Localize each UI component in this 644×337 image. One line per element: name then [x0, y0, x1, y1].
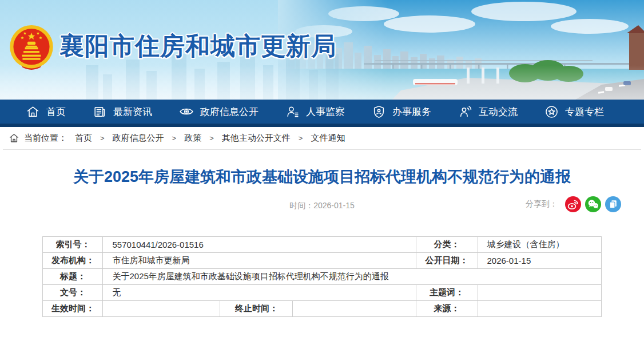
agency-value: 市住房和城市更新局	[103, 253, 416, 269]
nav-item-interaction[interactable]: 互动交流	[458, 105, 518, 119]
wechat-share-button[interactable]	[585, 196, 601, 212]
category-label: 分类：	[416, 237, 478, 253]
breadcrumb-item-policy[interactable]: 政策	[184, 133, 201, 144]
news-icon	[93, 105, 107, 119]
table-row: 发布机构： 市住房和城市更新局 公开日期： 2026-01-15	[43, 253, 601, 269]
end-date-label: 终止时间：	[220, 301, 293, 317]
breadcrumb-separator: >	[172, 134, 177, 142]
copy-link-share-button[interactable]	[605, 196, 621, 212]
source-label: 来源：	[416, 301, 478, 317]
nav-item-gov-info[interactable]: 政府信息公开	[179, 104, 259, 119]
doc-no-label: 文号：	[43, 285, 103, 301]
breadcrumb: 当前位置： 首页 > 政府信息公开 > 政策 > 其他主动公开文件 > 文件通知	[3, 127, 641, 150]
title-value: 关于2025年房屋建筑和市政基础设施项目招标代理机构不规范行为的通报	[103, 269, 601, 285]
people-icon	[458, 105, 472, 119]
breadcrumb-item-home[interactable]: 首页	[75, 133, 92, 144]
agency-label: 发布机构：	[43, 253, 103, 269]
category-value: 城乡建设（含住房）	[478, 237, 601, 253]
nav-item-label: 首页	[46, 105, 66, 118]
nav-item-label: 人事监察	[306, 105, 345, 118]
nav-item-label: 互动交流	[479, 105, 518, 118]
breadcrumb-separator: >	[209, 134, 214, 142]
weibo-share-button[interactable]	[565, 196, 581, 212]
nav-item-label: 专题专栏	[565, 105, 604, 118]
pub-date-label: 公开日期：	[416, 253, 478, 269]
title-label: 标题：	[43, 269, 103, 285]
effective-date-value	[103, 301, 220, 317]
nav-item-home[interactable]: 首页	[26, 105, 66, 119]
site-header: 襄阳市住房和城市更新局	[0, 0, 644, 100]
pub-date-value: 2026-01-15	[478, 253, 601, 269]
index-label: 索引号：	[43, 237, 103, 253]
national-emblem	[8, 24, 55, 73]
home-icon	[9, 133, 19, 144]
person-icon	[285, 105, 300, 119]
site-title: 襄阳市住房和城市更新局	[59, 30, 336, 63]
wechat-icon	[585, 196, 601, 212]
effective-date-label: 生效时间：	[43, 301, 103, 317]
shield-icon	[372, 105, 386, 119]
keywords-value	[478, 285, 601, 301]
nav-item-news[interactable]: 最新资讯	[93, 105, 152, 119]
nav-item-topics[interactable]: 专题专栏	[544, 105, 604, 119]
nav-item-services[interactable]: 办事服务	[372, 105, 431, 119]
keywords-label: 主题词：	[416, 285, 478, 301]
article-header: 关于2025年房屋建筑和市政基础设施项目招标代理机构不规范行为的通报	[0, 167, 644, 187]
page-title: 关于2025年房屋建筑和市政基础设施项目招标代理机构不规范行为的通报	[23, 167, 621, 187]
nav-item-label: 办事服务	[392, 105, 431, 118]
table-row: 索引号： 557010441/2026-01516 分类： 城乡建设（含住房）	[43, 237, 601, 253]
table-row: 生效时间： 终止时间： 来源：	[43, 301, 601, 317]
nav-item-label: 政府信息公开	[200, 105, 259, 118]
copy-icon	[605, 196, 621, 212]
index-value: 557010441/2026-01516	[103, 237, 416, 253]
breadcrumb-separator: >	[100, 134, 105, 142]
home-icon	[26, 105, 40, 119]
table-row: 标题： 关于2025年房屋建筑和市政基础设施项目招标代理机构不规范行为的通报	[43, 269, 601, 285]
article-meta-row: 时间：2026-01-15 分享到：	[0, 195, 644, 216]
main-nav: 首页 最新资讯 政府信息公开 人事监察 办事服务 互动交流 专题专栏	[0, 100, 644, 127]
star-icon	[544, 105, 559, 119]
breadcrumb-item-current: 文件通知	[311, 133, 345, 144]
nav-item-label: 最新资讯	[113, 105, 152, 118]
share-bar: 分享到：	[526, 196, 621, 212]
eye-icon	[179, 104, 194, 119]
breadcrumb-item-other-docs[interactable]: 其他主动公开文件	[222, 133, 291, 144]
nav-item-personnel[interactable]: 人事监察	[285, 105, 345, 119]
breadcrumb-separator: >	[299, 134, 303, 142]
table-row: 文号： 无 主题词：	[43, 285, 601, 301]
share-label: 分享到：	[526, 199, 558, 209]
weibo-icon	[565, 196, 581, 212]
time-value: 2026-01-15	[313, 201, 355, 210]
source-value	[478, 301, 601, 317]
end-date-value	[293, 301, 416, 317]
breadcrumb-item-gov-info[interactable]: 政府信息公开	[113, 133, 164, 144]
document-meta-table: 索引号： 557010441/2026-01516 分类： 城乡建设（含住房） …	[42, 236, 601, 317]
doc-no-value: 无	[103, 285, 416, 301]
breadcrumb-prefix: 当前位置：	[24, 133, 67, 144]
time-label: 时间：	[289, 201, 313, 210]
